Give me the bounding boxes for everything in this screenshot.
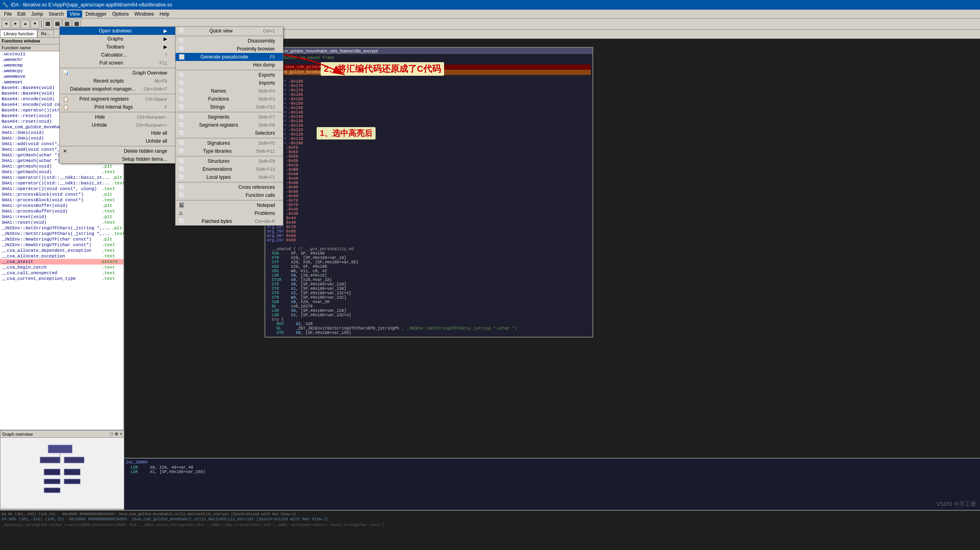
submenu-hex-dump[interactable]: Hex dump: [176, 61, 283, 69]
func-name-cell: SHA1::getHash(void): [2, 164, 100, 169]
menu-file[interactable]: File: [2, 10, 14, 18]
function-list-item[interactable]: SHA1::processBuffer(void).plt: [0, 203, 123, 208]
submenu-type-libraries[interactable]: ⬜ Type libraries Shift+F11: [176, 147, 283, 155]
function-list-item[interactable]: SHA1::operator()(std::__ndk1::basic_st..…: [0, 180, 123, 186]
calculator-label: Calculator...: [101, 52, 126, 58]
function-list-item[interactable]: _JNIEnv::NewStringUTF(char const*).plt: [0, 237, 123, 242]
menu-recent-scripts[interactable]: Recent scripts Alt+F9: [60, 77, 175, 85]
submenu-proximity-browser[interactable]: ⬜ Proximity browser: [176, 45, 283, 53]
func-seg-cell: .text: [112, 231, 123, 236]
menu-options[interactable]: Options: [110, 10, 131, 18]
unhide-all-label: Unhide all: [146, 138, 167, 144]
structures-shortcut: Shift+F9: [259, 159, 275, 164]
toolbar-forward[interactable]: ►: [11, 20, 20, 28]
menu-graph-overview[interactable]: 📊 Graph Overview: [60, 69, 175, 77]
hide-shortcut: Ctrl+Numpad+-: [137, 115, 167, 119]
menu-calculator[interactable]: Calculator... ?: [60, 51, 175, 59]
function-list-item[interactable]: SHA1::processBuffer(void).text: [0, 208, 123, 214]
db-snapshot-shortcut: Ctrl+Shift+T: [143, 87, 167, 91]
menu-print-internal-flags[interactable]: 📋 Print internal flags F: [60, 103, 175, 111]
toolbar-back[interactable]: ◄: [2, 20, 10, 28]
menu-unhide[interactable]: Unhide Ctrl+Numpad++: [60, 121, 175, 129]
submenu-notepad[interactable]: 📓 Notepad: [176, 201, 283, 209]
submenu-disassembly[interactable]: ⬜ Disassembly: [176, 37, 283, 45]
tab-library-function[interactable]: Library function: [0, 30, 37, 37]
function-list-item[interactable]: __cxa_begin_catch.text: [0, 265, 123, 270]
function-list-item[interactable]: __cxa_allocate_exception.text: [0, 253, 123, 259]
function-list-item[interactable]: __cxa_current_exception_type.text: [0, 276, 123, 281]
function-list-item[interactable]: _JNIEnv::GetStringUTFChars(_jstring *,..…: [0, 231, 123, 237]
menu-setup-hidden-items[interactable]: Setup hidden items...: [60, 155, 175, 163]
function-list-item[interactable]: SHA1::operator()(void const*, ulong).tex…: [0, 186, 123, 192]
function-list-item[interactable]: SHA1::getHash(void).plt: [0, 164, 123, 169]
submenu-structures[interactable]: ⬜ Structures Shift+F9: [176, 157, 283, 165]
func-seg-cell: .text: [102, 271, 122, 275]
toolbar-btn1[interactable]: ⬛: [43, 20, 52, 28]
function-list-item[interactable]: _JNIEnv::NewStringUTF(char const*).text: [0, 242, 123, 248]
sub-sep2: [176, 70, 283, 70]
generate-pseudocode-shortcut: F5: [270, 55, 275, 59]
submenu-selectors[interactable]: ⬜ Selectors: [176, 129, 283, 137]
func-name-cell: __cxa_allocate_dependent_exception: [2, 248, 100, 253]
submenu-cross-references[interactable]: ⬜ Cross references: [176, 183, 283, 191]
submenu-signatures[interactable]: ⬜ Signatures Shift+F5: [176, 139, 283, 147]
menu-view[interactable]: View: [67, 10, 82, 18]
submenu-names[interactable]: ⬜ Names Shift+F4: [176, 87, 283, 95]
func-seg-cell: .plt: [102, 203, 122, 208]
function-list-item[interactable]: SHA1::reset(void).plt: [0, 214, 123, 220]
submenu-segments[interactable]: ⬜ Segments Shift+F7: [176, 113, 283, 121]
patched-bytes-label: Patched bytes: [202, 218, 232, 224]
menu-print-seg-regs[interactable]: 📋 Print segment registers Ctrl+Space: [60, 95, 175, 103]
function-list-item[interactable]: __cxa_call_unexpected.text: [0, 270, 123, 276]
menu-jump[interactable]: Jump: [29, 10, 45, 18]
disassembly-label: Disassembly: [248, 38, 275, 44]
graph-restore-btn[interactable]: ⊕: [115, 431, 118, 437]
graph-close-btn[interactable]: ×: [120, 431, 122, 437]
problems-label: Problems: [255, 210, 275, 216]
menu-delete-hidden-range[interactable]: ✕ Delete hidden range: [60, 147, 175, 155]
function-list-item[interactable]: _JNIEnv::GetStringUTFChars(_jstring *,..…: [0, 225, 123, 231]
menu-windows[interactable]: Windows: [132, 10, 156, 18]
function-list-item[interactable]: SHA1::processBlock(void const*).text: [0, 197, 123, 203]
submenu-segment-registers[interactable]: ⬜ Segment registers Shift+F8: [176, 121, 283, 129]
menu-search[interactable]: Search: [46, 10, 66, 18]
submenu-exports[interactable]: ⬜ Exports: [176, 71, 283, 79]
func-seg-cell: .plt: [112, 226, 123, 231]
db-snapshot-label: Database snapshot manager...: [70, 86, 135, 92]
menu-db-snapshot[interactable]: Database snapshot manager... Ctrl+Shift+…: [60, 85, 175, 93]
menu-open-subviews[interactable]: Open subviews ▶: [60, 27, 175, 35]
menu-edit[interactable]: Edit: [15, 10, 28, 18]
function-list-item[interactable]: __cxa_atexitextern: [0, 259, 123, 265]
tab-re[interactable]: Re...: [37, 30, 54, 37]
submenu-strings[interactable]: ⬜ Strings Shift+F12: [176, 103, 283, 111]
menu-help[interactable]: Help: [157, 10, 172, 18]
func-seg-cell: .plt: [102, 237, 122, 242]
toolbar-down[interactable]: ▼: [30, 20, 39, 28]
submenu-problems[interactable]: ⚠ Problems: [176, 209, 283, 217]
submenu-generate-pseudocode[interactable]: ⬜ Generate pseudocode F5: [176, 53, 283, 61]
menu-toolbars[interactable]: Toolbars ▶: [60, 43, 175, 51]
menu-unhide-all[interactable]: Unhide all: [60, 137, 175, 145]
submenu-local-types[interactable]: ⬜ Local types Shift+F1: [176, 173, 283, 181]
submenu-enumerations[interactable]: ⬜ Enumerations Shift+F10: [176, 165, 283, 173]
function-list-item[interactable]: __cxa_allocate_dependent_exception.text: [0, 248, 123, 253]
function-list-item[interactable]: SHA1::reset(void).text: [0, 220, 123, 225]
menu-hide[interactable]: Hide Ctrl+Numpad+-: [60, 113, 175, 121]
menu-graphs[interactable]: Graphs ▶: [60, 35, 175, 43]
submenu-quick-view[interactable]: ⬜ Quick view Ctrl+1: [176, 27, 283, 35]
menu-debugger[interactable]: Debugger: [83, 10, 109, 18]
menu-fullscreen[interactable]: Full screen F11: [60, 59, 175, 67]
toolbars-arrow-icon: ▶: [164, 44, 167, 50]
graph-minimize-btn[interactable]: □: [110, 431, 113, 437]
function-list-item[interactable]: SHA1::operator()(std::__ndk1::basic_st..…: [0, 175, 123, 180]
menu-hide-all[interactable]: Hide all: [60, 129, 175, 137]
submenu-functions[interactable]: ⬜ Functions Shift+F3: [176, 95, 283, 103]
toolbar-up[interactable]: ▲: [21, 20, 30, 28]
svg-rect-3: [40, 457, 60, 463]
submenu-function-calls[interactable]: ⬜ Function calls: [176, 191, 283, 199]
function-list-item[interactable]: SHA1::processBlock(void const*).plt: [0, 192, 123, 197]
function-list-item[interactable]: SHA1::getHash(void).text: [0, 169, 123, 175]
submenu-patched-bytes[interactable]: ⬜ Patched bytes Ctrl+Alt+P: [176, 217, 283, 225]
strings-shortcut: Shift+F12: [256, 105, 275, 109]
submenu-imports[interactable]: ⬜ Imports: [176, 79, 283, 87]
